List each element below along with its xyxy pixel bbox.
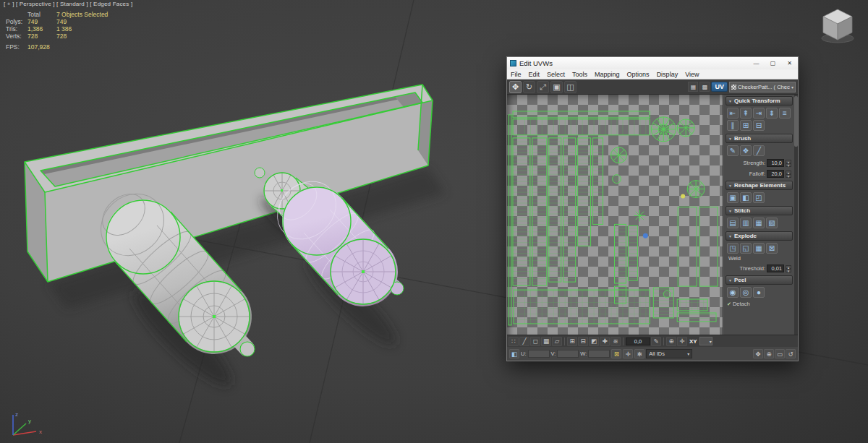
relax-until-flat-icon[interactable]: ◰ bbox=[753, 192, 765, 203]
vertex-mode-icon[interactable]: ∷ bbox=[509, 337, 519, 346]
shrink-selection-icon[interactable]: ⊟ bbox=[578, 337, 588, 346]
cursor-coords-field[interactable]: 0,0 bbox=[626, 337, 650, 345]
maximize-button[interactable]: ▢ bbox=[765, 57, 781, 69]
freeze-toggle-icon[interactable]: ✻ bbox=[634, 349, 644, 358]
straighten-selection-icon[interactable]: ▣ bbox=[727, 192, 739, 203]
uv-islands[interactable] bbox=[507, 95, 723, 335]
flatten-by-face-icon[interactable]: ◳ bbox=[727, 243, 739, 254]
rollout-reshape-elements[interactable]: ▼ Reshape Elements bbox=[726, 181, 793, 190]
quick-peel-icon[interactable]: ◉ bbox=[727, 287, 739, 298]
lock-selection-icon[interactable]: ⊠ bbox=[611, 349, 621, 358]
threshold-field[interactable]: 0,01 bbox=[767, 264, 784, 272]
flatten-custom-icon[interactable]: ▦ bbox=[753, 243, 765, 254]
edit-typein-icon[interactable]: ✎ bbox=[651, 337, 661, 346]
edge-mode-icon[interactable]: ╱ bbox=[519, 337, 529, 346]
viewport-label[interactable]: [ + ] [ Perspective ] [ Standard ] [ Edg… bbox=[4, 1, 132, 7]
scale-tool-icon[interactable]: ⤢ bbox=[537, 81, 549, 93]
axis-space-label[interactable]: XY bbox=[688, 338, 699, 345]
w-field[interactable] bbox=[588, 350, 610, 358]
rollout-peel[interactable]: ▼ Peel bbox=[726, 275, 793, 285]
align-right-icon[interactable]: ⇥ bbox=[753, 108, 765, 119]
break-icon[interactable]: ⊠ bbox=[766, 243, 778, 254]
stitch-custom-icon[interactable]: ▤ bbox=[727, 218, 739, 228]
scrollbar-thumb[interactable] bbox=[794, 96, 798, 147]
texture-dropdown[interactable]: CheckerPatt... ( Checker ) ▾ bbox=[729, 82, 796, 93]
align-top-icon[interactable]: ⇞ bbox=[740, 108, 752, 119]
space-vertical-icon[interactable]: ⊟ bbox=[753, 120, 765, 131]
transform-typein-icon[interactable]: ◧ bbox=[509, 349, 519, 358]
paint-select-icon[interactable]: ≋ bbox=[610, 337, 621, 346]
menu-tools[interactable]: Tools bbox=[569, 69, 591, 79]
uv-column-strips[interactable] bbox=[513, 138, 603, 285]
minimize-button[interactable]: — bbox=[748, 57, 765, 69]
snap-toggle-icon[interactable]: ✛ bbox=[623, 349, 633, 358]
detach-checkbox[interactable]: ✔ bbox=[727, 301, 731, 307]
freeform-tool-icon[interactable]: ▣ bbox=[550, 81, 563, 93]
axis-gizmo[interactable]: x y z bbox=[4, 408, 46, 441]
axis-space-dropdown[interactable]: ▾ bbox=[699, 337, 712, 345]
menu-view[interactable]: View bbox=[681, 69, 702, 79]
element-mode-icon[interactable]: ▦ bbox=[541, 337, 551, 346]
pan-icon[interactable]: ✥ bbox=[753, 349, 763, 358]
menu-display[interactable]: Display bbox=[653, 69, 682, 79]
make-rectangular-icon[interactable]: ◧ bbox=[740, 192, 752, 203]
uv-bottom-islands[interactable] bbox=[514, 288, 716, 324]
absolute-mode-icon[interactable]: ⊕ bbox=[666, 337, 676, 346]
menu-select[interactable]: Select bbox=[543, 69, 569, 79]
rollout-explode[interactable]: ▼ Explode bbox=[726, 231, 793, 241]
grow-selection-icon[interactable]: ⊞ bbox=[567, 337, 577, 346]
uv-strip-thin[interactable] bbox=[513, 111, 650, 118]
rollout-quick-transform[interactable]: ▼ Quick Transform bbox=[726, 96, 793, 106]
zoom-region-icon[interactable]: ▭ bbox=[775, 349, 785, 358]
select-ring-icon[interactable]: ✚ bbox=[600, 337, 610, 346]
rollout-stitch[interactable]: ▼ Stitch bbox=[726, 206, 793, 215]
strength-field[interactable]: 10,0 bbox=[767, 159, 784, 167]
rollout-brush[interactable]: ▼ Brush bbox=[726, 134, 793, 143]
v-field[interactable] bbox=[557, 350, 579, 358]
show-map-icon[interactable]: ▦ bbox=[688, 82, 698, 92]
menu-file[interactable]: File bbox=[507, 69, 525, 79]
select-loop-icon[interactable]: ◩ bbox=[589, 337, 599, 346]
u-field[interactable] bbox=[528, 350, 550, 358]
strength-spinner[interactable]: ▴▾ bbox=[786, 160, 791, 167]
close-button[interactable]: ✕ bbox=[781, 57, 798, 69]
brush-falloff-curve-icon[interactable]: ╱ bbox=[753, 145, 765, 156]
zoom-extents-icon[interactable]: ↺ bbox=[786, 349, 796, 358]
flatten-by-group-icon[interactable]: ◱ bbox=[740, 243, 752, 254]
falloff-spinner[interactable]: ▴▾ bbox=[786, 171, 791, 178]
uv-selected-vertex-blue[interactable] bbox=[643, 233, 648, 238]
stitch-average-icon[interactable]: ▦ bbox=[753, 218, 765, 228]
show-grid-icon[interactable]: ▩ bbox=[699, 82, 710, 92]
menu-edit[interactable]: Edit bbox=[525, 69, 544, 79]
uv-outline-rects[interactable] bbox=[678, 207, 718, 286]
peel-mode-icon[interactable]: ◎ bbox=[740, 287, 752, 298]
uv-strip-top[interactable] bbox=[513, 119, 650, 135]
stitch-source-icon[interactable]: ▥ bbox=[740, 218, 752, 228]
paint-move-brush-icon[interactable]: ✎ bbox=[727, 145, 739, 156]
move-tool-icon[interactable]: ✥ bbox=[509, 81, 522, 93]
relax-brush-icon[interactable]: ❖ bbox=[740, 145, 752, 156]
align-left-icon[interactable]: ⇤ bbox=[727, 108, 739, 119]
stitch-target-icon[interactable]: ▧ bbox=[766, 218, 778, 228]
align-vertical-icon[interactable]: ∥ bbox=[727, 120, 739, 131]
face-mode-icon[interactable]: ◻ bbox=[530, 337, 540, 346]
material-id-filter-dropdown[interactable]: All IDs ▾ bbox=[646, 349, 692, 358]
falloff-field[interactable]: 20,0 bbox=[767, 170, 784, 178]
panel-scrollbar[interactable] bbox=[794, 95, 798, 335]
align-horizontal-icon[interactable]: ≡ bbox=[779, 108, 791, 119]
offset-mode-icon[interactable]: ✛ bbox=[677, 337, 687, 346]
uv-highlight-vertex-yellow[interactable] bbox=[681, 194, 685, 199]
rotate-tool-icon[interactable]: ↻ bbox=[523, 81, 535, 93]
space-horizontal-icon[interactable]: ⊞ bbox=[740, 120, 752, 131]
menu-mapping[interactable]: Mapping bbox=[591, 69, 624, 79]
viewcube[interactable] bbox=[814, 4, 861, 46]
threshold-spinner[interactable]: ▴▾ bbox=[786, 265, 791, 272]
select-by-element-icon[interactable]: ▱ bbox=[552, 337, 562, 346]
menu-options[interactable]: Options bbox=[624, 69, 653, 79]
align-bottom-icon[interactable]: ⇟ bbox=[766, 108, 778, 119]
uv-space-button[interactable]: UV bbox=[711, 82, 728, 92]
mirror-tool-icon[interactable]: ◫ bbox=[564, 81, 576, 93]
pelt-map-icon[interactable]: ● bbox=[753, 287, 765, 298]
uv-strip-edge[interactable] bbox=[509, 115, 511, 325]
dialog-titlebar[interactable]: Edit UVWs — ▢ ✕ bbox=[507, 57, 798, 69]
